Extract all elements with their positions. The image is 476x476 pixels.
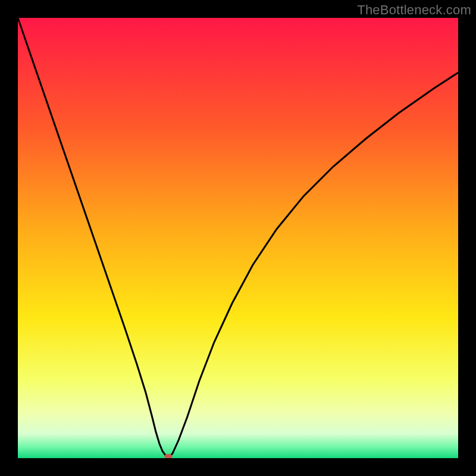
watermark-text: TheBottleneck.com — [357, 2, 471, 18]
gradient-background — [18, 18, 458, 458]
chart-frame: TheBottleneck.com — [0, 0, 476, 476]
chart-svg — [18, 18, 458, 458]
plot-area — [18, 18, 458, 458]
